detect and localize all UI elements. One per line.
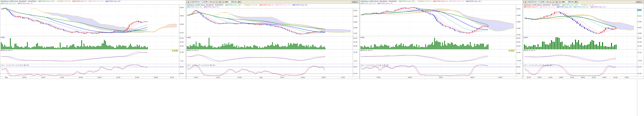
- apply-button[interactable]: 適用: [574, 0, 578, 3]
- axis-tick-label: 9,540: [516, 15, 520, 16]
- time-tick-label: 16:30: [548, 77, 552, 78]
- period-button-1[interactable]: 分: [212, 0, 215, 3]
- macd-canvas[interactable]: [0, 50, 179, 64]
- legend-item: 移動平均PX( Close, 10 ): [88, 0, 104, 2]
- time-tick-label: May: [5, 77, 8, 78]
- axis-tick-label: 25.00: [638, 45, 642, 47]
- period-button-3[interactable]: 週: [218, 0, 221, 3]
- layout-settings-button[interactable]: 縦横設定: [636, 0, 643, 3]
- back-button[interactable]: ◀: [524, 0, 527, 3]
- panel-toolbar: ◀日経225mini▼12/06▼足分日週月本数本適用縦横設定: [186, 0, 360, 4]
- period-button-1[interactable]: 分: [549, 0, 552, 3]
- legend-item: 日経225mini 12/06( 5分足, 2012/04/27 - 2012/…: [1, 0, 37, 2]
- legend-item: 移動平均PX( Close, 5 ): [524, 6, 538, 8]
- macd-canvas[interactable]: [360, 50, 516, 64]
- legend-item: 移動平均PX( Close, 150 ): [399, 0, 415, 2]
- period-button-4[interactable]: 月: [222, 0, 224, 3]
- period-button-2[interactable]: 日: [552, 0, 555, 3]
- time-tick-label: 04/27: [439, 77, 443, 78]
- price-canvas[interactable]: [0, 5, 179, 36]
- legend-item: 一目均衡表( 9, 26, 52 ): [243, 4, 258, 6]
- axis-tick-label: 22.50: [180, 52, 184, 53]
- price-canvas[interactable]: [360, 5, 516, 36]
- legend-item: 移動平均PX( Close, 75 ): [378, 2, 393, 4]
- volume-canvas[interactable]: [523, 36, 637, 49]
- bars-count-input[interactable]: [565, 1, 571, 3]
- volume-canvas[interactable]: [0, 36, 179, 49]
- axis-tick-label: 80.00: [180, 66, 184, 68]
- axis-tick-label: 9,390: [638, 32, 642, 34]
- volume-canvas[interactable]: [360, 36, 516, 49]
- time-axis: May10:4012:0014:4016:0020:0021:2022:4005…: [0, 76, 186, 79]
- value-badge: C: -8.75: [509, 50, 514, 52]
- macd-canvas[interactable]: [186, 50, 353, 64]
- legend-item: 移動平均PX( Close, 25 ): [187, 6, 202, 8]
- value-badge: 9,615: [637, 9, 642, 11]
- pane-title: スロー・ストキャスティクス( 14, 3, 80, 20 ): [0, 64, 29, 66]
- period-label: 足: [547, 1, 548, 3]
- contract-select[interactable]: 12/06▼: [540, 1, 546, 3]
- axis-tick-label: 25.00: [516, 45, 520, 47]
- stochastics-pane: スロー・ストキャスティクス( 14, 3, 80, 20 )80.0020.00: [0, 64, 186, 76]
- pane-title: 出来高: [360, 36, 364, 38]
- time-tick-label: 01:20: [170, 77, 174, 78]
- macd-pane: MACD( 12, 26, 9 )25.00-25.00: [523, 49, 644, 64]
- bars-unit: 本: [235, 1, 236, 3]
- axis-tick-label: 9,315: [516, 34, 520, 36]
- volume-canvas[interactable]: [186, 36, 353, 49]
- axis-tick-label: 80.00: [638, 66, 642, 68]
- pane-title: MACD( 12, 26, 9 ): [0, 50, 13, 51]
- axis-tick-label: 20.00: [638, 73, 642, 74]
- time-tick-label: 16:30: [614, 77, 618, 78]
- time-tick-label: 04/27: [194, 77, 198, 78]
- axis-tick-label: 55.00: [354, 42, 357, 43]
- legend-row: 移動平均PX( Close, 5 )移動平均PX( Close, 10 )移動平…: [524, 6, 643, 8]
- time-tick-label: 16:00: [79, 77, 82, 78]
- chart-area: 9,5409,4659,3909,315出来高85.0055.0025.00MA…: [0, 4, 186, 79]
- contract-select[interactable]: 12/06▼: [203, 1, 210, 3]
- pane-title: MACD( 12, 26, 9 ): [524, 50, 536, 51]
- period-button-2[interactable]: 日: [215, 0, 218, 3]
- contract-select-value: 12/06: [203, 1, 208, 3]
- apply-button[interactable]: 適用: [237, 0, 242, 3]
- axis-tick-label: 9,390: [516, 28, 520, 29]
- instrument-select[interactable]: 日経225mini▼: [190, 0, 202, 3]
- stochastics-pane: スロー・ストキャスティクス( 14, 3, 80, 20 )80.0020.00: [523, 64, 644, 76]
- axis-tick-label: 9,465: [516, 21, 520, 23]
- chevron-down-icon: ▼: [538, 1, 538, 2]
- period-button-3[interactable]: 週: [555, 0, 558, 3]
- axis-tick-label: 25.00: [354, 52, 357, 53]
- price-canvas[interactable]: [186, 8, 353, 36]
- legend: 日経225mini 12/06( 5分足, 2012/04/27 - 2012/…: [0, 0, 186, 4]
- chart-area: 9,6159,5409,4659,3909,315出来高85.0055.0025…: [360, 4, 523, 79]
- legend-item: 移動平均PX( Close, 10 ): [540, 6, 555, 8]
- time-tick-label: 12:00: [280, 77, 284, 78]
- macd-canvas[interactable]: [523, 50, 637, 64]
- time-tick-label: 20:00: [98, 77, 102, 78]
- axis-tick-label: 25.00: [180, 45, 184, 47]
- price-canvas[interactable]: [523, 8, 637, 36]
- legend-row: 日経225mini 12/06( 60分足, 2012/04/24 - 2012…: [524, 4, 643, 6]
- time-axis: 04/2712:0020:00May12:0020:0005/0212:00: [186, 76, 360, 79]
- axis-tick-label: 20.00: [354, 73, 357, 74]
- back-button[interactable]: ◀: [187, 0, 190, 3]
- bars-count-input[interactable]: [228, 1, 234, 3]
- time-tick-label: 16:30: [527, 77, 531, 78]
- layout-settings-button[interactable]: 縦横設定: [351, 0, 359, 3]
- instrument-select-value: 日経225mini: [191, 1, 200, 3]
- legend-item: 移動平均PX( Close, 25 ): [1, 2, 16, 4]
- axis-tick-label: 9,615: [516, 8, 520, 10]
- axis-tick-label: -25.00: [638, 60, 642, 62]
- legend-item: 移動平均PX( Close, 75 ): [18, 2, 33, 4]
- time-tick-label: 04/27: [602, 77, 606, 78]
- pane-title: 出来高: [0, 36, 5, 38]
- axis-tick-label: 55.00: [180, 42, 184, 43]
- volume-pane: 出来高85.0055.0025.00: [0, 36, 186, 49]
- period-button-4[interactable]: 月: [558, 0, 561, 3]
- time-tick-label: 12:00: [41, 77, 45, 78]
- instrument-select[interactable]: 日経225mini▼: [527, 0, 539, 3]
- contract-select-value: 12/06: [540, 1, 544, 3]
- chart-panel-1: 日経225mini 12/06( 5分足, 2012/04/27 - 2012/…: [0, 0, 186, 79]
- value-badge: C: 12.50: [172, 50, 178, 52]
- price-pane: 9,6159,5409,4659,3909,315: [186, 8, 360, 36]
